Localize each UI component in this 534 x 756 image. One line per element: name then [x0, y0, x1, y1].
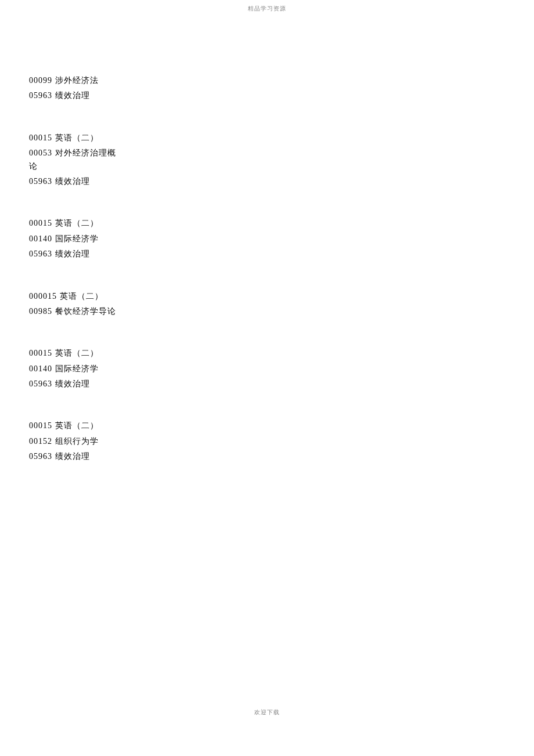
course-line: 05963 绩效治理 — [29, 175, 122, 188]
course-line: 00053 对外经济治理概论 — [29, 147, 122, 173]
course-line: 00015 英语（二） — [29, 217, 122, 230]
course-line: 000015 英语（二） — [29, 290, 122, 303]
course-line: 05963 绩效治理 — [29, 89, 122, 102]
page-header: 精品学习资源 — [0, 5, 534, 13]
course-line: 00099 涉外经济法 — [29, 74, 122, 87]
course-line: 00152 组织行为学 — [29, 435, 122, 448]
header-text: 精品学习资源 — [248, 5, 286, 12]
course-line: 00985 餐饮经济学导论 — [29, 305, 122, 318]
course-group: 00015 英语（二） 00140 国际经济学 05963 绩效治理 — [29, 217, 122, 261]
course-line: 05963 绩效治理 — [29, 450, 122, 463]
page-footer: 欢迎下载 — [0, 708, 534, 717]
course-line: 00015 英语（二） — [29, 419, 122, 432]
document-content: 00099 涉外经济法 05963 绩效治理 00015 英语（二） 00053… — [29, 74, 122, 493]
course-group: 00099 涉外经济法 05963 绩效治理 — [29, 74, 122, 103]
course-group: 00015 英语（二） 00053 对外经济治理概论 05963 绩效治理 — [29, 132, 122, 189]
course-line: 00015 英语（二） — [29, 347, 122, 360]
footer-text: 欢迎下载 — [254, 709, 280, 715]
course-line: 05963 绩效治理 — [29, 378, 122, 390]
course-line: 00015 英语（二） — [29, 132, 122, 144]
course-group: 000015 英语（二） 00985 餐饮经济学导论 — [29, 290, 122, 319]
course-line: 00140 国际经济学 — [29, 233, 122, 245]
course-group: 00015 英语（二） 00152 组织行为学 05963 绩效治理 — [29, 419, 122, 463]
course-line: 05963 绩效治理 — [29, 248, 122, 261]
course-line: 00140 国际经济学 — [29, 363, 122, 375]
course-group: 00015 英语（二） 00140 国际经济学 05963 绩效治理 — [29, 347, 122, 390]
